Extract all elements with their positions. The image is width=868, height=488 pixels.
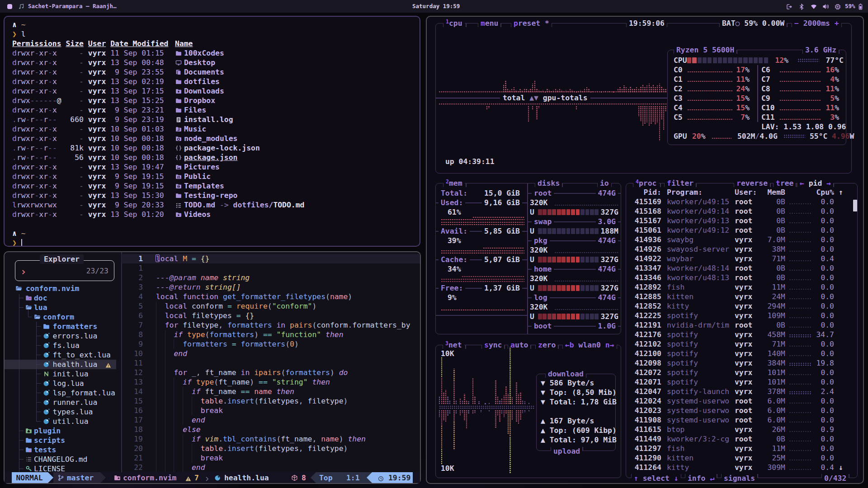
filter-button[interactable]: filter — [665, 178, 696, 188]
border-tick — [562, 345, 563, 349]
tree-item-plugin[interactable]: plugin — [34, 426, 61, 436]
tree-item-util.lua[interactable]: util.lua — [53, 417, 89, 426]
select-buttons[interactable]: ↑ select ↓ — [632, 474, 681, 483]
process-row[interactable]: spotify-launch — [667, 387, 729, 396]
tree-item-lsp_format.lua[interactable]: lsp_format.lua — [53, 388, 115, 398]
process-row[interactable]: kitty — [667, 301, 689, 311]
logout-icon[interactable] — [786, 3, 792, 9]
tree-item-runner.lua[interactable]: runner.lua — [53, 398, 98, 407]
process-row[interactable]: fish — [667, 444, 684, 453]
process-row[interactable]: spotify — [667, 339, 698, 349]
process-row[interactable]: spotify — [667, 377, 698, 387]
signals-button[interactable]: signals — [722, 474, 757, 483]
tree-item-health.lua[interactable]: health.lua — [53, 360, 98, 369]
process-row[interactable]: kworker/u49:15 — [667, 197, 729, 206]
perm-char: r — [30, 106, 35, 114]
neovim-window[interactable]: Explorer23/23conform.nvimdocluaconformfo… — [4, 251, 421, 484]
perm-char: l — [12, 201, 17, 209]
perm-char: x — [52, 77, 57, 86]
process-row[interactable]: fish — [667, 282, 684, 292]
cpu-graph-upper — [584, 88, 585, 93]
proc-tab[interactable]: 4proc — [633, 178, 659, 188]
menu-button[interactable]: menu — [478, 19, 500, 28]
process-row[interactable]: spotify — [667, 349, 698, 358]
pid-sort-selector[interactable]: ← pid → — [797, 178, 833, 188]
core-row: C11 — [761, 113, 775, 122]
mem-graph-row — [472, 216, 524, 218]
code-token: , — [299, 397, 308, 405]
tree-button[interactable]: tree — [774, 178, 796, 188]
proc-scrollbar[interactable] — [853, 200, 857, 211]
io-button[interactable]: io — [598, 178, 611, 188]
process-row[interactable]: kitten — [667, 453, 693, 463]
bluetooth-icon[interactable] — [798, 3, 805, 9]
tree-item-scripts[interactable]: scripts — [34, 436, 65, 445]
file-name: node_modules — [184, 134, 237, 143]
process-row[interactable]: spotify — [667, 368, 698, 377]
process-row[interactable]: swayosd-server — [667, 244, 729, 254]
process-row[interactable]: spotify — [667, 330, 698, 339]
auto-button[interactable]: auto — [508, 340, 530, 350]
wifi-icon[interactable] — [811, 3, 817, 9]
reverse-button[interactable]: reverse — [734, 178, 770, 188]
text: 327G — [601, 312, 618, 321]
process-row[interactable]: kworker/u48:13 — [667, 273, 729, 282]
preset-button[interactable]: preset * — [511, 19, 552, 28]
btop-window[interactable]: 1cpumenupreset *19:59:06BAT○ 59% 0.00W− … — [426, 16, 864, 484]
chip-icon[interactable] — [835, 3, 841, 9]
tree-item-conform.nvim[interactable]: conform.nvim — [26, 284, 79, 293]
file-name: Music — [184, 124, 206, 134]
tree-item-types.lua[interactable]: types.lua — [53, 407, 93, 417]
tree-item-formatters[interactable]: formatters — [53, 322, 98, 331]
file-size: - — [79, 210, 84, 219]
workspace-indicator[interactable] — [7, 4, 12, 9]
sync-button[interactable]: sync — [482, 340, 504, 350]
process-row[interactable]: systemd-userwo — [667, 406, 729, 415]
gpu-usage-graph — [712, 137, 731, 139]
tree-item-doc[interactable]: doc — [34, 293, 47, 303]
process-mem: 109M — [768, 311, 785, 320]
process-row[interactable]: kworker/u49:13 — [667, 216, 729, 225]
cpu-tab[interactable]: 1cpu — [443, 19, 465, 28]
terminal-window[interactable]: ∧ ~❯ lPermissions Size User Date Modifie… — [4, 16, 420, 247]
interface-selector[interactable]: ←b wlan0 n→ — [563, 340, 617, 350]
process-row[interactable]: kworker/u49:12 — [667, 225, 729, 235]
process-user: vyrx — [735, 349, 752, 358]
explorer-chevron-icon[interactable] — [21, 268, 26, 273]
perm-char: r — [30, 163, 35, 171]
process-row[interactable]: spotify — [667, 311, 698, 320]
tree-item-errors.lua[interactable]: errors.lua — [53, 331, 98, 341]
process-row[interactable]: spotify — [667, 358, 698, 368]
process-row[interactable]: kworker/u48:14 — [667, 263, 729, 273]
process-row[interactable]: systemd-userwo — [667, 415, 729, 425]
perm-char: - — [34, 125, 39, 133]
mem-stat-percent: 9% — [448, 293, 457, 302]
graph-divider-label[interactable]: total ▲▼ gpu-totals — [500, 93, 590, 103]
process-row[interactable]: kitten — [667, 292, 693, 301]
tree-item-ft_to_ext.lua[interactable]: ft_to_ext.lua — [53, 350, 111, 360]
mem-tab[interactable]: 2mem — [443, 178, 465, 188]
info-button[interactable]: info ↵ — [685, 474, 717, 483]
process-row[interactable]: btop — [667, 425, 684, 434]
tree-item-tests[interactable]: tests — [34, 445, 56, 455]
tree-item-conform[interactable]: conform — [43, 312, 74, 322]
process-row[interactable]: kworker/3:2-cg — [667, 434, 729, 444]
process-row[interactable]: kworker/u49:14 — [667, 206, 729, 216]
process-row[interactable]: waybar — [667, 254, 693, 263]
media-player-title[interactable]: Sachet-Parampara — Raanjh… — [28, 0, 117, 13]
process-row[interactable]: systemd-userwo — [667, 396, 729, 406]
tree-item-fs.lua[interactable]: fs.lua — [53, 341, 80, 350]
tree-item-CHANGELOG.md[interactable]: CHANGELOG.md — [34, 455, 87, 464]
process-row[interactable]: swaybg — [667, 235, 693, 244]
text: 3 — [830, 113, 835, 122]
process-row[interactable]: kitty — [667, 463, 689, 472]
tree-item-lua[interactable]: lua — [34, 303, 47, 312]
interval-control[interactable]: − 2000ms + — [792, 19, 841, 28]
zero-button[interactable]: zero — [536, 340, 558, 350]
process-row[interactable]: nvidia-drm/tim — [667, 320, 729, 330]
volume-icon[interactable] — [822, 3, 829, 10]
code-token — [236, 340, 241, 348]
tree-item-init.lua[interactable]: init.lua — [53, 369, 89, 379]
tree-item-log.lua[interactable]: log.lua — [53, 379, 84, 388]
net-tab[interactable]: 3net — [443, 340, 464, 350]
